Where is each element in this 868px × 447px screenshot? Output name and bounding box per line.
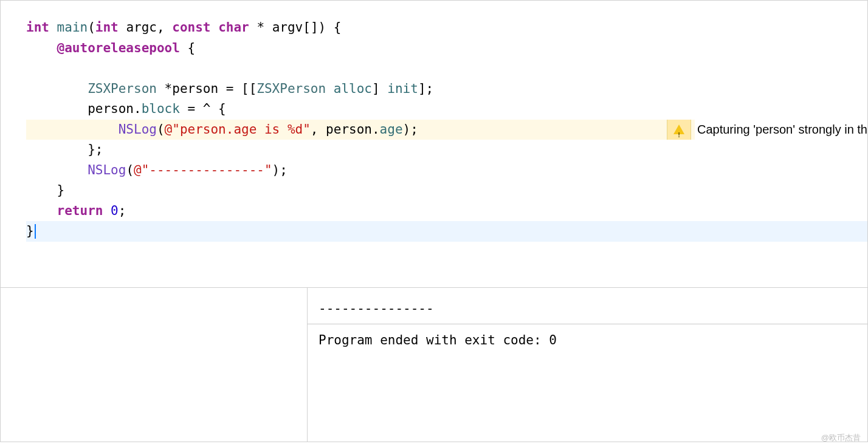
code-line-cursor: } <box>26 221 867 242</box>
code-line: int main(int argc, const char * argv[]) … <box>26 18 867 38</box>
debug-area: --------------- Program ended with exit … <box>0 288 868 442</box>
code-line: } <box>26 180 867 201</box>
console-divider <box>308 324 867 324</box>
code-line: return 0; <box>26 201 867 222</box>
code-line: @autoreleasepool { <box>26 38 867 59</box>
variables-pane[interactable] <box>1 288 308 442</box>
code-line: ZSXPerson *person = [[ZSXPerson alloc] i… <box>26 79 867 100</box>
code-area[interactable]: int main(int argc, const char * argv[]) … <box>1 1 867 242</box>
watermark: @欧币杰昔 <box>821 432 861 443</box>
code-line: NSLog(@"---------------"); <box>26 160 867 181</box>
code-line-warning: NSLog(@"person.age is %d", person.age); … <box>26 120 867 140</box>
console-line: Program ended with exit code: 0 <box>319 330 867 350</box>
text-cursor <box>35 224 36 239</box>
code-line: }; <box>26 140 867 160</box>
warning-icon <box>667 120 691 140</box>
console-pane[interactable]: --------------- Program ended with exit … <box>308 288 867 442</box>
code-line <box>26 58 867 79</box>
warning-banner[interactable]: Capturing 'person' strongly in th <box>667 120 867 140</box>
code-line: person.block = ^ { <box>26 99 867 120</box>
warning-text: Capturing 'person' strongly in th <box>695 120 867 140</box>
editor-pane[interactable]: int main(int argc, const char * argv[]) … <box>0 0 868 288</box>
console-line: --------------- <box>319 299 867 319</box>
